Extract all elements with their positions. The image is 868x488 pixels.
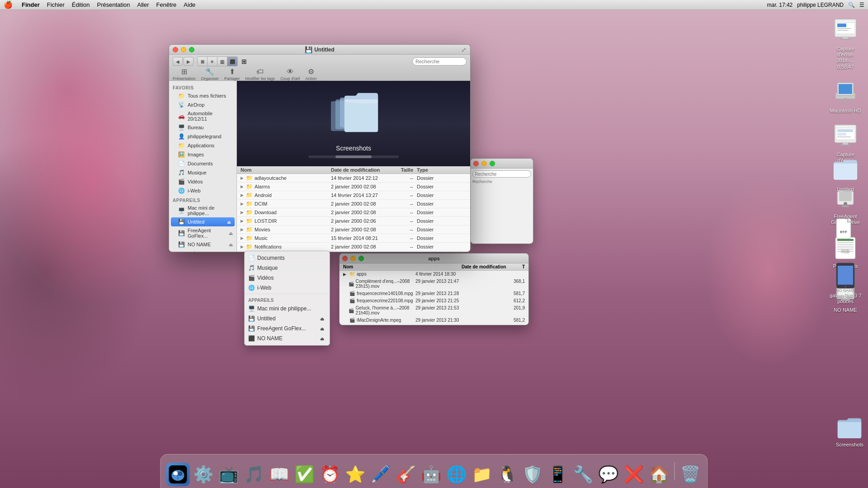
- toolbar-forward-btn[interactable]: ▶: [184, 57, 193, 66]
- dock-web[interactable]: 🌐: [445, 463, 468, 486]
- close-button[interactable]: [173, 47, 178, 52]
- file-row[interactable]: ▶ 📁 DCIM 2 janvier 2000 02:08 -- Dossier: [237, 200, 470, 208]
- toolbar-coup-oeil-btn[interactable]: 👁 Coup d'œil: [280, 68, 300, 81]
- fw3-file-row[interactable]: 🎬 iMacDesignArte.mpeg 29 janvier 2013 21…: [340, 317, 528, 324]
- sidebar-noname[interactable]: 💾 NO NAME ⏏: [169, 240, 236, 249]
- sidebar-macmini[interactable]: 🖥️ Mac mini de philippe...: [169, 204, 236, 217]
- file-row[interactable]: ▶ 📁 adlayoutcache 14 février 2014 22:12 …: [237, 174, 470, 183]
- header-name[interactable]: Nom: [241, 167, 331, 173]
- menu-finder[interactable]: Finder: [18, 1, 43, 8]
- toolbar-back-btn[interactable]: ◀: [173, 57, 183, 66]
- header-size[interactable]: Taille: [394, 167, 417, 173]
- dock-x[interactable]: ❌: [622, 463, 646, 486]
- untitled-eject-icon[interactable]: ⏏: [227, 220, 231, 225]
- dock-home[interactable]: 🏠: [647, 463, 671, 486]
- dropdown-freeagent[interactable]: 💾 FreeAgent GoFlex... ⏏: [245, 324, 330, 333]
- fw3-file-row[interactable]: 🎬 frequencecrime140108.mpg 29 janvier 20…: [340, 290, 528, 297]
- dock-finder[interactable]: [166, 463, 190, 486]
- sidebar-untitled-device[interactable]: 💾 Untitled ⏏: [171, 217, 235, 226]
- file-row[interactable]: ▶ 📁 Notifications 2 janvier 2000 02:08 -…: [237, 243, 470, 251]
- menubar-search-icon[interactable]: 🔍: [848, 2, 855, 8]
- sidebar-automobile[interactable]: 🚗 Automobile 20/12/11: [169, 109, 236, 123]
- window-expand-btn[interactable]: ⤢: [461, 46, 467, 53]
- dropdown-noname[interactable]: ⬛ NO NAME ⏏: [245, 333, 330, 343]
- sidebar-musique[interactable]: 🎵 Musique: [169, 168, 236, 177]
- fw3-col-t[interactable]: T: [511, 264, 525, 269]
- dock-mobile[interactable]: 📱: [546, 463, 570, 486]
- sidebar-tous-fichiers[interactable]: 📁 Tous mes fichiers: [169, 91, 236, 100]
- fw3-file-row[interactable]: 🎬 Complément d'enq...–2008 23h15).mov 29…: [340, 278, 528, 290]
- freeagent-eject-icon[interactable]: ⏏: [229, 231, 233, 236]
- view-column-btn[interactable]: ▥: [217, 57, 227, 66]
- menu-fichier[interactable]: Fichier: [43, 1, 68, 8]
- dock-penguin[interactable]: 🐧: [495, 463, 519, 486]
- sidebar-bureau[interactable]: 🖥️ Bureau: [169, 123, 236, 132]
- desktop-untitled-icon[interactable]: Untitled: [827, 158, 863, 192]
- toolbar-arrange-btn[interactable]: ⊞: [241, 58, 247, 65]
- fw3-maximize-btn[interactable]: [359, 256, 364, 261]
- toolbar-presentation-btn[interactable]: ⊞ Présentation: [173, 67, 196, 81]
- dock-trash[interactable]: 🗑️: [679, 463, 702, 486]
- fw3-minimize-btn[interactable]: [350, 256, 356, 261]
- preview-scrollbar[interactable]: [308, 155, 399, 158]
- dropdown-musique[interactable]: 🎵 Musique: [245, 263, 330, 273]
- menu-presentation[interactable]: Présentation: [94, 1, 134, 8]
- sidebar-iweb[interactable]: 🌐 i-Web: [169, 186, 236, 195]
- file-row[interactable]: ▶ 📁 Alarms 2 janvier 2000 02:08 -- Dossi…: [237, 183, 470, 191]
- toolbar-tags-btn[interactable]: 🏷 Modifier les tags: [245, 68, 275, 81]
- noname-eject-icon[interactable]: ⏏: [229, 242, 233, 247]
- toolbar-partager-btn[interactable]: ⬆ Partager: [224, 67, 240, 81]
- desktop-icon-macintosh[interactable]: Macintosh HD: [827, 75, 863, 116]
- dock-android[interactable]: 🤖: [420, 463, 443, 486]
- toolbar-action-btn[interactable]: ⚙ Action: [305, 67, 316, 81]
- toolbar-organiser-btn[interactable]: 🔧 Organiser: [201, 67, 219, 81]
- dock-star[interactable]: ⭐: [344, 463, 367, 486]
- menu-aller[interactable]: Aller: [134, 1, 153, 8]
- minimize-button[interactable]: [181, 47, 186, 52]
- dock-tool1[interactable]: ⚙️: [192, 463, 215, 486]
- view-cover-btn[interactable]: ⬛: [227, 57, 237, 66]
- sidebar-airdrop[interactable]: 📡 AirDrop: [169, 100, 236, 109]
- dock-settings[interactable]: 🔧: [571, 463, 595, 486]
- sidebar-videos[interactable]: 🎬 Vidéos: [169, 177, 236, 186]
- view-list-btn[interactable]: ≡: [208, 57, 217, 66]
- header-type[interactable]: Type: [417, 167, 453, 173]
- sidebar-freeagent[interactable]: 💾 FreeAgent GoFlex... ⏏: [169, 226, 236, 240]
- dropdown-iweb[interactable]: 🌐 i-Web: [245, 283, 330, 293]
- sidebar-images[interactable]: 🖼️ Images: [169, 150, 236, 159]
- dropdown-videos[interactable]: 🎬 Vidéos: [245, 273, 330, 283]
- dock-time[interactable]: ⏰: [318, 463, 342, 486]
- desktop-rtf-icon[interactable]: RTF RIB: [827, 217, 863, 253]
- fw2-maximize-btn[interactable]: [490, 161, 495, 166]
- apple-menu[interactable]: 🍎: [4, 0, 13, 9]
- dock-folder[interactable]: 📁: [470, 463, 494, 486]
- dock-book[interactable]: 📖: [268, 463, 291, 486]
- fw3-file-row[interactable]: ▶ 📁 apps 4 février 2014 18:30: [340, 271, 528, 278]
- sidebar-applications[interactable]: 📁 Applications: [169, 141, 236, 150]
- menu-fenetre[interactable]: Fenêtre: [153, 1, 180, 8]
- menu-aide[interactable]: Aide: [180, 1, 199, 8]
- file-row[interactable]: ▶ 📁 Movies 2 janvier 2000 02:08 -- Dossi…: [237, 225, 470, 234]
- dropdown-documents[interactable]: 📄 Documents: [245, 253, 330, 263]
- dock-pen[interactable]: 🖊️: [369, 463, 392, 486]
- dock-music[interactable]: 🎸: [394, 463, 418, 486]
- header-date[interactable]: Date de modification: [331, 167, 394, 173]
- dock-check[interactable]: ✅: [293, 463, 316, 486]
- sidebar-documents[interactable]: 📄 Documents: [169, 159, 236, 168]
- dock-itunes[interactable]: 🎵: [242, 463, 266, 486]
- fw3-col-date[interactable]: Date de modification: [462, 264, 511, 269]
- menubar-menu-icon[interactable]: ☰: [859, 2, 864, 8]
- file-row[interactable]: ▶ 📁 Music 15 février 2014 08:21 -- Dossi…: [237, 234, 470, 243]
- desktop-screenshots-icon[interactable]: Screenshots: [836, 417, 863, 447]
- menu-edition[interactable]: Édition: [68, 1, 94, 8]
- dock-shield[interactable]: 🛡️: [521, 463, 544, 486]
- fw2-minimize-btn[interactable]: [481, 161, 487, 166]
- desktop-icon-capture1[interactable]: Capture d'écran 2014-…0.56.47: [827, 14, 863, 72]
- fw3-file-row[interactable]: 🎬 frequencecrime220108.mpg 29 janvier 20…: [340, 297, 528, 305]
- fw2-search-input[interactable]: [472, 170, 531, 178]
- fw2-close-btn[interactable]: [473, 161, 479, 166]
- toolbar-search-input[interactable]: [412, 57, 467, 66]
- desktop-galaxy-icon[interactable]: galaxy Tab 3 7 pouces: [827, 262, 863, 305]
- dropdown-freeagent-eject[interactable]: ⏏: [320, 326, 324, 331]
- dropdown-untitled[interactable]: 💾 Untitled ⏏: [245, 314, 330, 324]
